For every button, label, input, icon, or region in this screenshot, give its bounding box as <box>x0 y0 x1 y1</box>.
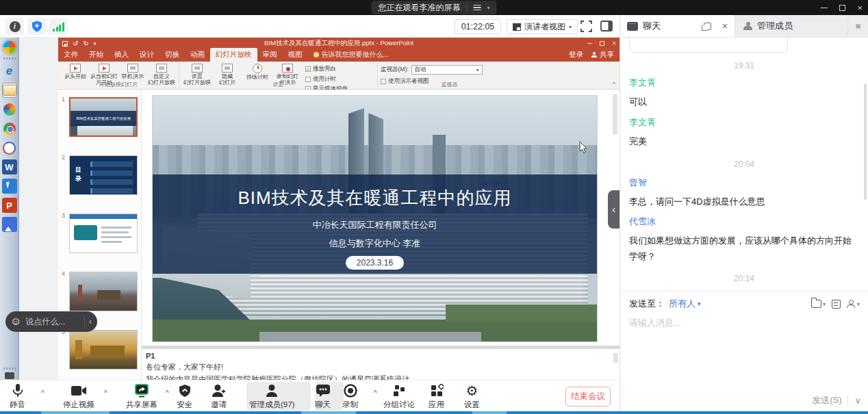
tab-design[interactable]: 设计 <box>134 48 159 62</box>
taskbar-item-word[interactable]: W <box>2 159 17 174</box>
tab-chat[interactable]: 聊天 × <box>620 15 735 37</box>
chat-sender-name[interactable]: 李文菁 <box>629 116 859 129</box>
taskbar-item-internet-explorer[interactable]: e <box>2 64 17 79</box>
taskbar-item-design-tool[interactable] <box>2 179 17 194</box>
thumbnail-2-preview[interactable]: 目录 <box>69 155 138 195</box>
rehearse-timings-button[interactable]: 排练计时 <box>242 63 272 80</box>
quick-chat-placeholder[interactable]: 说点什么... <box>25 316 80 328</box>
apps-button[interactable]: 应用 <box>429 383 444 410</box>
file-attach-button[interactable]: ▾ <box>811 300 826 308</box>
thumbnail-5-preview[interactable] <box>69 330 138 370</box>
announcement-icon[interactable] <box>832 300 841 309</box>
sign-in-button[interactable]: 登录 <box>569 50 583 60</box>
bubble-divider <box>84 316 85 327</box>
chat-sender-name[interactable]: 曾智 <box>629 177 859 189</box>
collapse-ribbon-icon[interactable]: ^ <box>613 81 615 88</box>
thumb-plant <box>97 290 120 300</box>
smiley-icon[interactable]: ☺ <box>10 316 21 327</box>
toggle-side-panel-button[interactable] <box>600 21 613 31</box>
tab-transitions[interactable]: 切换 <box>159 48 185 62</box>
tab-view[interactable]: 视图 <box>283 48 308 62</box>
taskbar-item-chrome[interactable] <box>2 121 17 136</box>
chat-button[interactable]: 聊天 <box>315 383 331 410</box>
meeting-info-button[interactable]: i <box>5 18 24 35</box>
play-narrations-checkbox[interactable]: ✓播放旁白 <box>305 65 348 73</box>
ppt-minimize-icon[interactable] <box>587 43 592 44</box>
mic-options-chevron[interactable]: ^ <box>41 389 44 397</box>
network-quality-button[interactable] <box>49 18 68 35</box>
maximize-window-icon[interactable] <box>839 5 845 11</box>
share-options-chevron[interactable]: ^ <box>166 389 169 397</box>
chat-sender-name[interactable]: 代雪冰 <box>629 216 859 228</box>
tab-slideshow[interactable]: 幻灯片放映 <box>210 48 257 62</box>
record-options-chevron[interactable]: ^ <box>374 389 377 397</box>
panel-collapse-handle[interactable]: ‹ <box>608 190 620 229</box>
tab-home[interactable]: 开始 <box>84 48 109 62</box>
manage-members-button[interactable]: 管理成员(97) <box>249 383 294 410</box>
thumbnail-1-preview[interactable]: BIM技术及其在暖通工程中的应用 <box>69 97 138 137</box>
thumbnail-3-preview[interactable] <box>69 214 138 253</box>
send-button[interactable]: 发送(S) <box>812 394 841 406</box>
fullscreen-button[interactable] <box>580 21 592 32</box>
settings-button[interactable]: ⚙ 设置 <box>464 383 480 410</box>
presenter-view-button[interactable]: 演讲者视图 ▾ <box>507 19 578 34</box>
ppt-maximize-icon[interactable] <box>600 41 604 46</box>
stop-video-button[interactable]: 停止视频 <box>63 383 94 410</box>
share-button[interactable]: 共享 <box>591 50 614 60</box>
tell-me-box[interactable]: 告诉我您想要做什么... <box>314 50 389 62</box>
present-online-button[interactable]: 联机演示 <box>118 63 147 79</box>
notes-scrollbar[interactable] <box>613 353 618 363</box>
tab-file[interactable]: 文件 <box>58 48 84 62</box>
chat-message-list[interactable]: 19:31 李文菁 可以 李文菁 完美 20:04 曾智 李总，请问一下4D虚拟… <box>620 38 868 291</box>
redo-icon[interactable]: ↻ <box>83 40 88 47</box>
taskbar-item-app[interactable] <box>2 140 17 155</box>
save-icon[interactable] <box>62 41 68 47</box>
current-slide[interactable]: 中冶长天 BIM技术及其在暖通工程中的应用 中冶长天国际工程有限责任公司 信息与… <box>152 95 598 342</box>
security-button[interactable]: 安全 <box>177 383 192 410</box>
tab-manage-members[interactable]: 管理成员 <box>735 15 847 37</box>
from-beginning-button[interactable]: 从头开始 <box>61 63 90 79</box>
panel-menu-button[interactable]: ≡ <box>847 15 868 37</box>
end-meeting-button[interactable]: 结束会议 <box>565 387 611 406</box>
quick-chat-bubble[interactable]: ☺ 说点什么... ‹ <box>5 311 97 332</box>
tray-icon[interactable] <box>5 372 14 379</box>
tab-review[interactable]: 审阅 <box>257 48 283 62</box>
invite-button[interactable]: 邀请 <box>211 383 227 410</box>
minimize-window-icon[interactable] <box>821 8 828 8</box>
taskbar-item-powerpoint[interactable]: P <box>2 198 17 213</box>
speaker-notes-panel[interactable]: P1 各位专家，大家下午好! 我介绍的内容是中国医学科学院肿瘤医院分院（廊坊院区… <box>142 346 620 380</box>
thumbnail-4-preview[interactable] <box>69 272 138 311</box>
send-to-selector[interactable]: 所有人 <box>669 298 695 310</box>
popout-chat-icon[interactable] <box>704 23 711 30</box>
monitor-dropdown[interactable]: 自动 ▾ <box>411 65 483 75</box>
undo-icon[interactable]: ↺ <box>73 40 78 47</box>
breakout-rooms-button[interactable]: 分组讨论 <box>383 383 415 410</box>
tab-animations[interactable]: 动画 <box>185 48 210 62</box>
taskbar-item-file-explorer[interactable] <box>2 83 17 98</box>
share-screen-button[interactable]: 共享屏幕 <box>126 383 157 410</box>
chat-message-input[interactable]: 请输入消息... <box>620 310 868 329</box>
taskbar-item-app-mountain[interactable] <box>2 217 17 232</box>
slide-scrollbar[interactable] <box>613 94 617 135</box>
hamburger-menu-icon[interactable] <box>473 5 481 11</box>
caret-down-icon[interactable]: ▾ <box>94 41 97 47</box>
close-chat-icon[interactable]: × <box>722 21 728 31</box>
mute-button[interactable]: 静音 <box>10 383 25 410</box>
meeting-security-button[interactable] <box>27 18 46 35</box>
watching-screen-pill[interactable]: 您正在观看李准的屏幕 ▾ <box>371 1 496 14</box>
close-window-icon[interactable]: × <box>857 3 863 12</box>
collapse-bubble-icon[interactable]: ‹ <box>89 317 92 326</box>
mention-member-button[interactable]: ▾ <box>847 300 860 309</box>
video-options-chevron[interactable]: ^ <box>104 389 107 397</box>
caret-down-icon[interactable]: ▾ <box>698 300 701 307</box>
caret-down-icon[interactable]: ▾ <box>487 5 489 11</box>
caret-down-icon: ▾ <box>857 301 860 307</box>
ppt-close-icon[interactable]: × <box>612 40 616 47</box>
send-options-icon[interactable]: ∨ <box>854 396 861 406</box>
chat-sender-name[interactable]: 李文菁 <box>629 77 859 89</box>
record-button[interactable]: 录制 <box>342 383 358 410</box>
chat-scrollbar[interactable] <box>864 83 867 200</box>
tab-insert[interactable]: 插入 <box>109 48 134 62</box>
taskbar-item-photos[interactable] <box>2 102 17 117</box>
windows-start-button[interactable] <box>3 40 16 54</box>
